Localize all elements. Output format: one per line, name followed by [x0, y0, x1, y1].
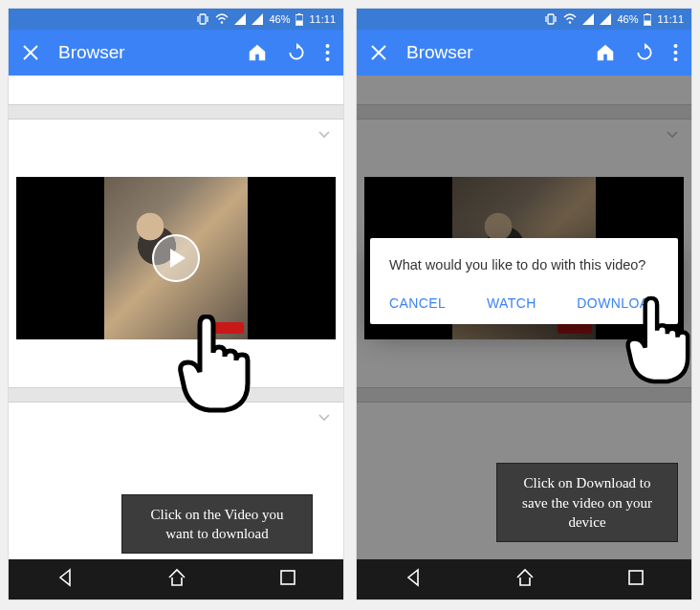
back-icon[interactable]	[403, 567, 424, 592]
cancel-button[interactable]: CANCEL	[389, 295, 446, 311]
chevron-down-icon	[317, 126, 332, 142]
vibrate-icon	[544, 13, 558, 25]
more-icon[interactable]	[325, 43, 330, 62]
divider	[357, 104, 691, 120]
svg-point-11	[326, 57, 330, 61]
home-icon[interactable]	[595, 42, 616, 63]
watch-button[interactable]: WATCH	[487, 295, 536, 311]
clock-time: 11:11	[657, 13, 684, 25]
svg-point-22	[674, 44, 678, 48]
wifi-icon	[215, 13, 229, 25]
svg-point-10	[326, 51, 330, 54]
svg-rect-6	[296, 20, 303, 25]
svg-rect-25	[629, 571, 643, 584]
svg-point-9	[326, 44, 330, 48]
instruction-callout: Click on Download to save the video on y…	[496, 463, 678, 542]
svg-rect-13	[548, 14, 554, 24]
wifi-icon	[563, 13, 577, 25]
divider	[357, 387, 691, 403]
battery-percent: 46%	[269, 13, 290, 25]
recent-icon[interactable]	[626, 568, 645, 591]
live-tag	[209, 322, 244, 334]
nav-bar	[9, 559, 343, 599]
instruction-callout: Click on the Video you want to download	[121, 494, 313, 555]
divider	[9, 387, 343, 403]
signal-icon-2	[252, 13, 263, 25]
home-nav-icon[interactable]	[166, 567, 187, 592]
download-button[interactable]: DOWNLOAD	[577, 295, 659, 311]
signal-icon	[582, 13, 594, 25]
vibrate-icon	[196, 13, 209, 25]
back-icon[interactable]	[55, 567, 76, 592]
svg-rect-5	[298, 13, 301, 15]
refresh-icon[interactable]	[635, 43, 654, 62]
chevron-down-icon	[665, 126, 680, 142]
refresh-icon[interactable]	[287, 43, 306, 62]
play-icon[interactable]	[152, 234, 200, 282]
svg-point-16	[569, 21, 571, 23]
svg-point-3	[221, 21, 223, 23]
chevron-down-icon	[317, 409, 332, 425]
app-title: Browser	[58, 42, 228, 63]
status-bar: 46% 11:11	[357, 9, 691, 30]
more-icon[interactable]	[673, 43, 678, 62]
svg-rect-12	[281, 571, 295, 584]
expand-row[interactable]	[9, 120, 343, 148]
home-icon[interactable]	[247, 42, 268, 63]
dialog-title: What would you like to do with this vide…	[389, 257, 659, 272]
app-bar: Browser	[357, 30, 691, 76]
battery-percent: 46%	[617, 13, 638, 25]
video-player[interactable]	[16, 177, 336, 339]
battery-icon	[644, 13, 651, 26]
svg-point-23	[674, 51, 678, 54]
video-action-dialog: What would you like to do with this vide…	[370, 238, 678, 324]
signal-icon	[234, 13, 246, 25]
svg-rect-18	[646, 13, 649, 15]
app-bar: Browser	[9, 30, 343, 76]
nav-bar	[357, 559, 691, 599]
battery-icon	[295, 13, 303, 26]
svg-rect-0	[200, 14, 206, 24]
svg-point-24	[674, 57, 678, 61]
close-icon[interactable]	[22, 44, 39, 61]
app-title: Browser	[406, 42, 576, 63]
close-icon[interactable]	[370, 44, 387, 61]
page-content	[9, 76, 343, 559]
status-bar: 46% 11:11	[9, 9, 343, 30]
recent-icon[interactable]	[278, 568, 297, 591]
screenshot-step-2: 46% 11:11 Browser	[356, 8, 692, 600]
expand-row[interactable]	[9, 403, 343, 431]
divider	[9, 104, 343, 120]
expand-row	[357, 120, 691, 148]
svg-rect-19	[645, 20, 651, 25]
home-nav-icon[interactable]	[514, 567, 536, 592]
screenshot-step-1: 46% 11:11 Browser	[8, 8, 344, 600]
clock-time: 11:11	[309, 13, 336, 25]
signal-icon-2	[600, 13, 611, 25]
